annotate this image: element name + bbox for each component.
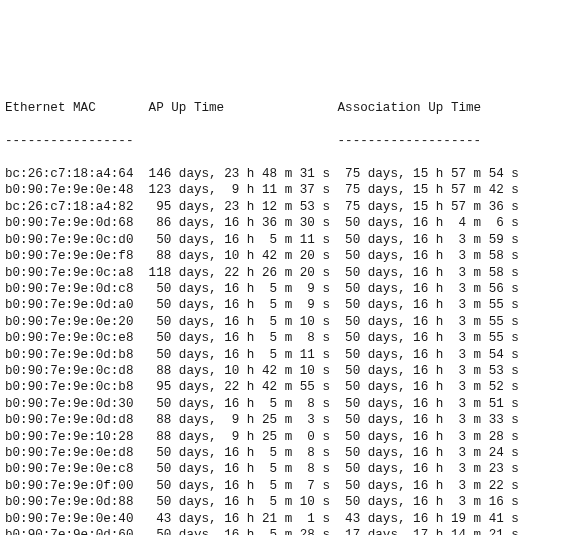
table-row: b0:90:7e:9e:0d:d8 88 days, 9 h 25 m 3 s …: [5, 412, 563, 428]
table-row: b0:90:7e:9e:0c:b8 95 days, 22 h 42 m 55 …: [5, 379, 563, 395]
table-row: b0:90:7e:9e:0f:00 50 days, 16 h 5 m 7 s …: [5, 478, 563, 494]
table-separator-line: ----------------- -------------------: [5, 133, 563, 149]
table-row: b0:90:7e:9e:0d:a0 50 days, 16 h 5 m 9 s …: [5, 297, 563, 313]
table-row: b0:90:7e:9e:0d:88 50 days, 16 h 5 m 10 s…: [5, 494, 563, 510]
table-row: b0:90:7e:9e:0c:d8 88 days, 10 h 42 m 10 …: [5, 363, 563, 379]
table-row: b0:90:7e:9e:0d:b8 50 days, 16 h 5 m 11 s…: [5, 347, 563, 363]
table-body: bc:26:c7:18:a4:64 146 days, 23 h 48 m 31…: [5, 166, 563, 535]
table-row: b0:90:7e:9e:0c:e8 50 days, 16 h 5 m 8 s …: [5, 330, 563, 346]
terminal-output: { "headers": { "mac": "Ethernet MAC", "a…: [0, 33, 563, 535]
table-row: b0:90:7e:9e:0d:60 50 days, 16 h 5 m 28 s…: [5, 527, 563, 535]
table-row: b0:90:7e:9e:0d:68 86 days, 16 h 36 m 30 …: [5, 215, 563, 231]
table-row: b0:90:7e:9e:0e:48 123 days, 9 h 11 m 37 …: [5, 182, 563, 198]
table-row: b0:90:7e:9e:0e:40 43 days, 16 h 21 m 1 s…: [5, 511, 563, 527]
table-row: b0:90:7e:9e:0e:f8 88 days, 10 h 42 m 20 …: [5, 248, 563, 264]
table-row: b0:90:7e:9e:0d:30 50 days, 16 h 5 m 8 s …: [5, 396, 563, 412]
table-row: bc:26:c7:18:a4:82 95 days, 23 h 12 m 53 …: [5, 199, 563, 215]
table-row: b0:90:7e:9e:0e:20 50 days, 16 h 5 m 10 s…: [5, 314, 563, 330]
table-row: b0:90:7e:9e:10:28 88 days, 9 h 25 m 0 s …: [5, 429, 563, 445]
table-row: b0:90:7e:9e:0d:c8 50 days, 16 h 5 m 9 s …: [5, 281, 563, 297]
table-header-line: Ethernet MAC AP Up Time Association Up T…: [5, 100, 563, 116]
table-row: b0:90:7e:9e:0c:a8 118 days, 22 h 26 m 20…: [5, 265, 563, 281]
table-row: bc:26:c7:18:a4:64 146 days, 23 h 48 m 31…: [5, 166, 563, 182]
table-row: b0:90:7e:9e:0c:d0 50 days, 16 h 5 m 11 s…: [5, 232, 563, 248]
table-row: b0:90:7e:9e:0e:c8 50 days, 16 h 5 m 8 s …: [5, 461, 563, 477]
table-row: b0:90:7e:9e:0e:d8 50 days, 16 h 5 m 8 s …: [5, 445, 563, 461]
